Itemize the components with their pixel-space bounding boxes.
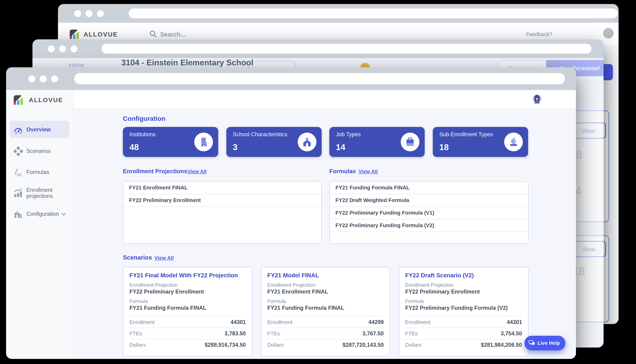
formula-value: FY22 Preliminary Funding Formula (V2) [405, 305, 522, 311]
scenarios-diamond-icon [13, 146, 23, 156]
metric-label: Dollars [130, 342, 146, 348]
scenario-card[interactable]: FY22 Draft Scenario (V2) Enrollment Proj… [399, 267, 528, 356]
metric-value: 44299 [368, 319, 384, 325]
metric-value: $281,984,206.50 [481, 342, 522, 348]
formulas-heading: Formulas [329, 168, 356, 174]
formulas-list: FY21 Funding Formula FINAL FY22 Draft We… [329, 181, 528, 244]
formula-value: FY21 Funding Formula FINAL [130, 305, 246, 311]
url-bar[interactable] [102, 44, 592, 54]
enrollment-projection-value: FY22 Preliminary Enrollment [405, 289, 522, 295]
list-item[interactable]: FY22 Draft Weighted Formula [330, 194, 528, 207]
metric-label: Dollars [267, 342, 284, 348]
sidebar-item-label: Overview [26, 126, 51, 132]
scenario-card[interactable]: FY21 Final Model With FY22 Projection En… [123, 267, 252, 356]
sidebar-item-label: Enrollment projections [26, 187, 62, 199]
close-dot-icon[interactable] [74, 10, 81, 17]
metric-row: Enrollment 44299 [267, 317, 384, 328]
sidebar-item-overview[interactable]: Overview [10, 121, 69, 138]
minimize-dot-icon[interactable] [59, 46, 66, 52]
metric-label: Dollars [405, 342, 422, 348]
metric-row: FTEs 3,783.50 [130, 328, 246, 340]
schoolhouse-icon [302, 137, 312, 147]
fx-icon: f (x) [13, 167, 23, 177]
search-input[interactable]: Search... [160, 31, 186, 38]
breadcrumb[interactable]: Home [69, 62, 84, 68]
scenario-title: FY22 Draft Scenario (V2) [405, 272, 522, 279]
scenario-title: FY21 Model FINAL [267, 272, 384, 279]
stat-icon-circle [194, 132, 213, 151]
metric-row: Dollars $288,916,734.50 [130, 340, 246, 350]
stat-card-job-types[interactable]: Job Types 14 [329, 127, 425, 157]
stat-card-institutions[interactable]: Institutions 48 [123, 127, 218, 157]
stat-card-school-characteristics[interactable]: School Characteristics 3 [226, 127, 322, 157]
metric-row: Enrollment 44301 [130, 317, 246, 328]
school-gear-icon [13, 209, 23, 219]
enrollment-projection-label: Enrollment Projection [405, 282, 522, 288]
live-help-button[interactable]: Live Help [524, 336, 565, 350]
user-avatar[interactable] [603, 28, 614, 39]
stat-value: 18 [439, 142, 449, 152]
metric-value: 3,754.50 [501, 330, 522, 336]
live-help-label: Live Help [538, 340, 560, 346]
metric-value: $288,916,734.50 [204, 342, 246, 348]
zoom-dot-icon[interactable] [51, 76, 58, 82]
window-controls[interactable] [28, 76, 58, 82]
list-item[interactable]: FY22 Preliminary Enrollment [124, 194, 321, 207]
chevron-down-icon [62, 212, 66, 216]
scenarios-view-all-link[interactable]: View All [154, 255, 174, 261]
enrollment-projection-value: FY21 Enrollment FINAL [267, 289, 384, 295]
scenarios-heading: Scenarios [123, 254, 152, 261]
minimize-dot-icon[interactable] [86, 10, 92, 17]
formula-value: FY21 Funding Formula FINAL [267, 305, 384, 311]
sidebar-item-configuration[interactable]: Configuration [10, 205, 69, 222]
stat-card-sub-enrollment-types[interactable]: Sub-Enrollment Types 18 [433, 127, 528, 157]
speedometer-icon [13, 125, 23, 134]
metric-label: FTEs [267, 330, 280, 336]
list-item[interactable]: FY21 Funding Formula FINAL [330, 182, 528, 194]
formulas-view-all-link[interactable]: View All [358, 169, 378, 174]
zoom-dot-icon[interactable] [71, 46, 78, 52]
list-item[interactable]: FY22 Preliminary Funding Formula (V2) [330, 220, 528, 232]
profile-avatar[interactable] [532, 94, 542, 104]
front-browser-window: ALLOVUE Overview [6, 67, 576, 359]
zoom-dot-icon[interactable] [97, 10, 104, 17]
stat-icon-circle [401, 132, 420, 151]
list-item[interactable]: FY21 Enrollment FINAL [124, 182, 321, 194]
minimize-dot-icon[interactable] [40, 76, 46, 82]
url-bar[interactable] [74, 73, 565, 84]
search-icon [149, 30, 158, 38]
allovue-logo-icon [68, 28, 80, 40]
stat-label: School Characteristics [233, 132, 287, 138]
metric-label: Enrollment [405, 319, 430, 325]
stat-value: 48 [130, 142, 139, 152]
url-bar[interactable] [128, 8, 618, 18]
chat-bubbles-icon [528, 340, 535, 346]
window-controls[interactable] [74, 10, 104, 17]
enrollment-projections-heading: Enrollment Projections [123, 168, 187, 174]
sidebar-item-label: Formulas [26, 169, 49, 175]
sidebar-item-label: Configuration [26, 211, 59, 217]
metric-label: Enrollment [267, 319, 292, 325]
close-dot-icon[interactable] [48, 46, 55, 52]
sidebar-item-formulas[interactable]: f (x) Formulas [10, 163, 69, 181]
window-controls[interactable] [48, 46, 78, 52]
metric-row: FTEs 3,754.50 [405, 328, 522, 340]
scenario-title: FY21 Final Model With FY22 Projection [130, 272, 246, 279]
scenario-card[interactable]: FY21 Model FINAL Enrollment Projection F… [261, 267, 390, 356]
sidebar-item-scenarios[interactable]: Scenarios [10, 142, 69, 160]
metric-label: Enrollment [130, 319, 154, 325]
metric-value: 44301 [507, 319, 522, 325]
feedback-link[interactable]: Feedback? [526, 31, 552, 37]
enrollment-projection-label: Enrollment Projection [130, 282, 246, 288]
sidebar-item-enrollment-projections[interactable]: Enrollment projections [10, 182, 69, 204]
stat-label: Institutions [130, 132, 156, 138]
allovue-logo-icon [12, 94, 24, 106]
list-item[interactable]: FY22 Preliminary Funding Formula (V1) [330, 207, 528, 220]
close-dot-icon[interactable] [28, 76, 35, 82]
metric-label: FTEs [405, 330, 418, 336]
enrollment-projections-view-all-link[interactable]: View All [187, 169, 206, 174]
building-icon [198, 137, 209, 147]
page-title: 3104 - Einstein Elementary School [121, 58, 254, 68]
middle-titlebar [32, 40, 604, 58]
svg-text:(x): (x) [17, 172, 21, 176]
